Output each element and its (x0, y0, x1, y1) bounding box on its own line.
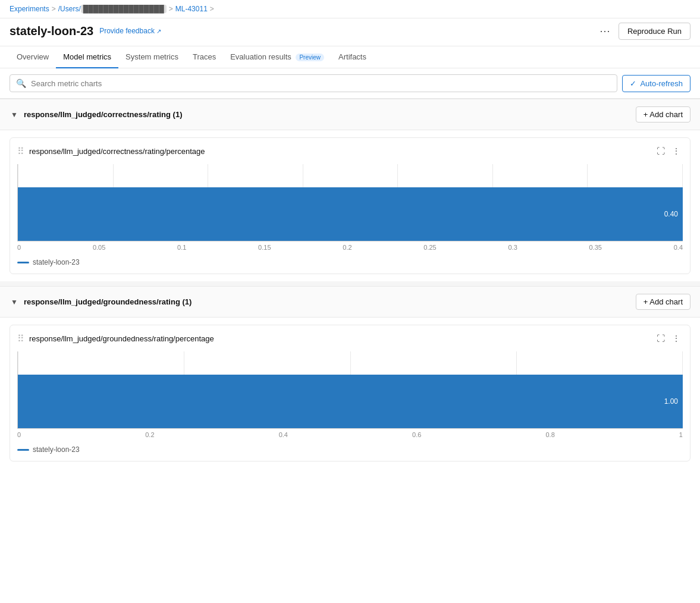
checkmark-icon: ✓ (630, 79, 636, 88)
section-groundedness: ▼ response/llm_judged/groundedness/ratin… (0, 286, 700, 461)
auto-refresh-button[interactable]: ✓ Auto-refresh (622, 75, 690, 92)
correctness-x-axis: 0 0.05 0.1 0.15 0.2 0.25 0.3 0.35 0.4 (17, 241, 683, 253)
chart-card-groundedness-header: ⠿ response/llm_judged/groundedness/ratin… (10, 325, 690, 349)
tab-system-metrics[interactable]: System metrics (118, 46, 186, 68)
breadcrumb-sep3: > (210, 5, 214, 13)
title-right: ⋯ Reproduce Run (596, 22, 690, 40)
chart-title-correctness: response/llm_judged/correctness/rating/p… (29, 147, 205, 156)
section-correctness: ▼ response/llm_judged/correctness/rating… (0, 99, 700, 274)
breadcrumb-blurred: ████████████████ (81, 5, 167, 13)
groundedness-chart-area: 1.00 0 0.2 0.4 0.6 0.8 1 (17, 351, 683, 441)
groundedness-bar-value: 1.00 (664, 397, 683, 406)
groundedness-x-axis: 0 0.2 0.4 0.6 0.8 1 (17, 429, 683, 441)
tab-evaluation-results[interactable]: Evaluation results Preview (223, 46, 331, 68)
search-box: 🔍 (10, 74, 617, 92)
title-bar: stately-loon-23 Provide feedback ⋯ Repro… (0, 18, 700, 46)
breadcrumb-sep1: > (52, 5, 56, 13)
search-bar-row: 🔍 ✓ Auto-refresh (0, 68, 700, 99)
tab-traces[interactable]: Traces (186, 46, 223, 68)
collapse-groundedness-button[interactable]: ▼ (10, 297, 19, 307)
groundedness-legend-line (17, 449, 29, 451)
drag-handle-groundedness[interactable]: ⠿ (17, 333, 24, 344)
preview-badge: Preview (296, 54, 324, 61)
section-gap (0, 281, 700, 286)
fullscreen-groundedness-button[interactable]: ⛶ (654, 331, 667, 346)
tabs-bar: Overview Model metrics System metrics Tr… (0, 46, 700, 68)
menu-groundedness-button[interactable]: ⋮ (670, 331, 683, 346)
chart-card-correctness-header: ⠿ response/llm_judged/correctness/rating… (10, 138, 690, 162)
breadcrumb-experiments[interactable]: Experiments (10, 5, 49, 13)
breadcrumb: Experiments > /Users/ ████████████████ >… (0, 0, 700, 18)
groundedness-legend-label: stately-loon-23 (33, 445, 80, 454)
add-chart-correctness-button[interactable]: + Add chart (636, 106, 690, 123)
menu-correctness-button[interactable]: ⋮ (670, 144, 683, 158)
tab-artifacts[interactable]: Artifacts (331, 46, 373, 68)
run-title: stately-loon-23 (10, 24, 93, 38)
correctness-legend: stately-loon-23 (10, 253, 690, 266)
correctness-bar-value: 0.40 (664, 210, 683, 218)
breadcrumb-sep2: > (169, 5, 173, 13)
breadcrumb-users[interactable]: /Users/ (58, 5, 81, 13)
feedback-link[interactable]: Provide feedback (99, 27, 161, 35)
correctness-bar-wrapper: 0.40 (17, 164, 683, 241)
breadcrumb-run-id[interactable]: ML-43011 (175, 5, 208, 13)
title-left: stately-loon-23 Provide feedback (10, 24, 161, 38)
chart-card-groundedness: ⠿ response/llm_judged/groundedness/ratin… (10, 325, 690, 461)
section-groundedness-header: ▼ response/llm_judged/groundedness/ratin… (0, 286, 700, 318)
auto-refresh-label: Auto-refresh (640, 79, 683, 88)
fullscreen-correctness-button[interactable]: ⛶ (654, 144, 667, 158)
correctness-bar: 0.40 (18, 187, 683, 241)
correctness-legend-label: stately-loon-23 (33, 258, 80, 266)
groundedness-bar-wrapper: 1.00 (17, 351, 683, 429)
tab-overview[interactable]: Overview (10, 46, 56, 68)
search-icon: 🔍 (16, 78, 26, 88)
groundedness-legend: stately-loon-23 (10, 441, 690, 454)
chart-title-groundedness: response/llm_judged/groundedness/rating/… (29, 334, 214, 343)
reproduce-run-button[interactable]: Reproduce Run (619, 23, 690, 40)
add-chart-groundedness-button[interactable]: + Add chart (636, 294, 690, 310)
chart-card-correctness: ⠿ response/llm_judged/correctness/rating… (10, 137, 690, 274)
section-groundedness-title: response/llm_judged/groundedness/rating … (24, 297, 192, 306)
groundedness-bar: 1.00 (18, 375, 683, 428)
more-options-button[interactable]: ⋯ (596, 22, 614, 40)
collapse-correctness-button[interactable]: ▼ (10, 109, 19, 120)
drag-handle-correctness[interactable]: ⠿ (17, 146, 24, 157)
correctness-chart-area: 0.40 0 0.05 0.1 0.15 0.2 0.25 0.3 0.35 0… (17, 164, 683, 253)
correctness-legend-line (17, 262, 29, 263)
section-correctness-header: ▼ response/llm_judged/correctness/rating… (0, 99, 700, 130)
search-input[interactable] (31, 79, 611, 88)
section-correctness-title: response/llm_judged/correctness/rating (… (24, 110, 183, 119)
tab-model-metrics[interactable]: Model metrics (56, 46, 118, 68)
